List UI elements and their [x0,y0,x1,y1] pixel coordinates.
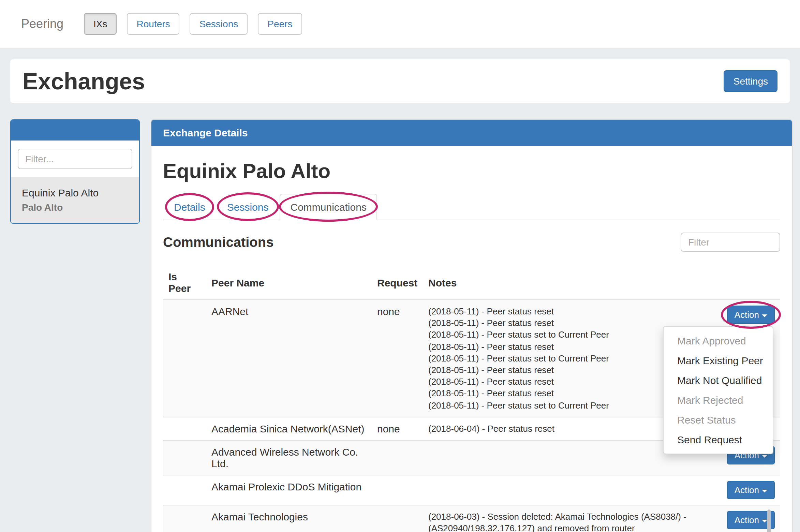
tab-details[interactable]: Details [163,194,216,220]
request-cell [372,505,423,532]
peer-name-cell: AARNet [206,300,372,417]
note-line: (2018-05-11) - Peer status reset [428,376,700,387]
notes-scrollbar[interactable] [767,509,771,532]
note-line: (2018-05-11) - Peer status reset [428,317,700,329]
sidebar-header [11,120,139,141]
column-header-actions [706,267,780,300]
exchange-location: Palo Alto [22,201,128,215]
table-row: Akamai Technologies (2018-06-03) - Sessi… [163,505,780,532]
sidebar-filter-input[interactable] [18,149,132,169]
exchange-name: Equinix Palo Alto [22,186,128,201]
communications-heading: Communications [163,234,274,250]
request-cell: none [372,417,423,440]
note-line: (2018-05-11) - Peer status set to Curren… [428,399,700,411]
table-header-row: Is Peer Peer Name Request Notes [163,267,780,300]
note-line: (2018-06-03) - Session deleted: Akamai T… [428,511,700,522]
sidebar-item-equinix-palo-alto[interactable]: Equinix Palo Alto Palo Alto [11,177,139,223]
nav-button-sessions[interactable]: Sessions [190,13,248,35]
communications-filter-input[interactable] [681,233,780,252]
action-button[interactable]: Action [727,481,775,499]
tab-bar: Details Sessions Communications [163,194,780,220]
peer-name-cell: Academia Sinica Network(ASNet) [206,417,372,440]
column-header-request: Request [372,267,423,300]
top-navbar: Peering IXs Routers Sessions Peers [0,0,800,48]
note-line: (AS20940/198.32.176.127) and removed fro… [428,522,700,532]
is-peer-cell [163,475,206,505]
caret-down-icon [762,519,767,522]
caret-down-icon [762,489,767,492]
action-cell: Action [706,505,780,532]
note-line: (2018-05-11) - Peer status set to Curren… [428,329,700,341]
menu-item-mark-rejected[interactable]: Mark Rejected [664,390,773,410]
menu-item-send-request[interactable]: Send Request [664,430,773,449]
note-line: (2018-05-11) - Peer status reset [428,388,700,399]
note-line: (2018-05-11) - Peer status reset [428,364,700,376]
note-line: (2018-05-11) - Peer status reset [428,341,700,352]
is-peer-cell [163,300,206,417]
peering-app: Peering IXs Routers Sessions Peers Excha… [0,0,800,532]
notes-cell [423,475,706,505]
request-cell: none [372,300,423,417]
caret-down-icon [762,314,767,317]
action-cell: Action Mark Approved Mark Existing Peer … [706,300,780,417]
request-cell [372,475,423,505]
settings-button[interactable]: Settings [724,70,777,92]
menu-item-mark-not-qualified[interactable]: Mark Not Qualified [664,370,773,390]
table-row: Akamai Prolexic DDoS Mitigation Action [163,475,780,505]
column-header-is-peer: Is Peer [163,267,206,300]
is-peer-cell [163,417,206,440]
app-brand: Peering [21,17,63,31]
caret-down-icon [762,455,767,457]
action-cell: Action [706,475,780,505]
nav-button-peers[interactable]: Peers [258,13,302,35]
action-dropdown-menu: Mark Approved Mark Existing Peer Mark No… [663,326,773,454]
exchange-details-panel: Exchange Details Equinix Palo Alto Detai… [151,119,792,532]
tab-communications[interactable]: Communications [279,194,377,220]
exchange-title: Equinix Palo Alto [163,160,780,183]
note-line: (2018-05-11) - Peer status set to Curren… [428,353,700,364]
column-header-notes: Notes [423,267,706,300]
nav-button-ixs[interactable]: IXs [84,13,117,35]
is-peer-cell [163,505,206,532]
page-header-card: Exchanges Settings [10,59,790,103]
panel-header: Exchange Details [151,120,792,146]
note-line: (2018-06-04) - Peer status reset [428,423,700,434]
nav-button-routers[interactable]: Routers [127,13,180,35]
peer-name-cell: Advanced Wireless Network Co. Ltd. [206,440,372,475]
menu-item-mark-existing-peer[interactable]: Mark Existing Peer [664,351,773,370]
communications-table: Is Peer Peer Name Request Notes AARNet [163,267,780,532]
note-line: (2018-05-11) - Peer status reset [428,306,700,317]
request-cell [372,440,423,475]
table-row: AARNet none (2018-05-11) - Peer status r… [163,300,780,417]
column-header-peer-name: Peer Name [206,267,372,300]
page-title: Exchanges [23,68,724,94]
exchange-sidebar: Equinix Palo Alto Palo Alto [10,119,140,224]
action-button[interactable]: Action [727,306,775,324]
tab-sessions[interactable]: Sessions [216,194,280,220]
menu-item-mark-approved[interactable]: Mark Approved [664,331,773,351]
menu-item-reset-status[interactable]: Reset Status [664,410,773,430]
is-peer-cell [163,440,206,475]
notes-cell: (2018-06-03) - Session deleted: Akamai T… [423,505,706,532]
peer-name-cell: Akamai Technologies [206,505,372,532]
peer-name-cell: Akamai Prolexic DDoS Mitigation [206,475,372,505]
